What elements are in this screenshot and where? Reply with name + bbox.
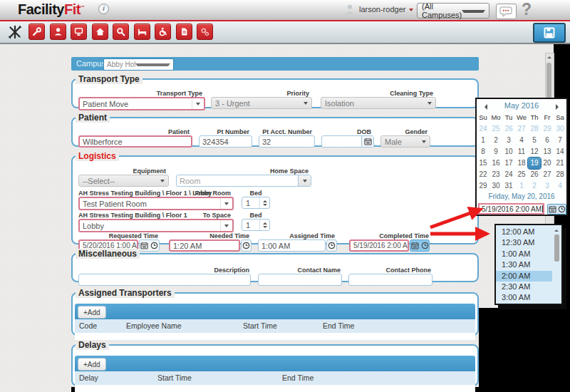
dropdown-button[interactable] <box>220 198 232 209</box>
transport-type-dropdown[interactable]: Patient Move <box>78 97 205 110</box>
calendar-day[interactable]: 2 <box>489 135 502 146</box>
calendar-day[interactable]: 14 <box>554 146 566 158</box>
time-option[interactable]: 2:30 AM <box>496 282 552 292</box>
calendar-icon[interactable] <box>549 203 556 216</box>
calendar-day[interactable]: 26 <box>502 123 515 135</box>
calendar-day[interactable]: 30 <box>489 180 502 192</box>
calendar-day[interactable]: 9 <box>489 146 502 158</box>
calendar-day[interactable]: 30 <box>554 123 566 135</box>
campus-dropdown[interactable]: Abby Hoffman Cent... <box>103 58 174 71</box>
calendar-day[interactable]: 2 <box>528 180 541 192</box>
time-option[interactable]: 12:00 AM <box>496 227 552 237</box>
calendar-day[interactable]: 1 <box>477 135 489 146</box>
calendar-day[interactable]: 22 <box>477 169 489 180</box>
gender-dropdown[interactable]: Male <box>380 135 430 148</box>
calendar-day[interactable]: 25 <box>489 123 502 135</box>
calendar-day[interactable]: 27 <box>541 169 554 180</box>
feedback-chat-button[interactable] <box>496 4 517 19</box>
from-room-dropdown[interactable]: Test Patient Room <box>78 197 234 210</box>
pt-acct-number-input[interactable]: 32 <box>259 135 315 148</box>
calendar-day[interactable]: 23 <box>489 169 502 180</box>
help-button[interactable]: ? <box>522 0 532 19</box>
personnel-button[interactable] <box>50 24 66 40</box>
home-button[interactable] <box>92 24 108 40</box>
calendar-day[interactable]: 29 <box>541 123 554 135</box>
calendar-picker-buttons[interactable] <box>547 204 566 215</box>
info-icon[interactable]: i <box>98 4 109 14</box>
bed-management-button[interactable] <box>134 24 150 40</box>
spin-down-icon[interactable] <box>263 204 267 208</box>
calendar-day[interactable]: 24 <box>502 169 515 180</box>
description-input[interactable] <box>78 274 251 286</box>
pt-number-input[interactable]: 324354 <box>199 135 252 148</box>
displays-button[interactable] <box>71 24 87 40</box>
collapse-burst-icon[interactable] <box>7 24 23 40</box>
calendar-day[interactable]: 31 <box>502 180 515 192</box>
calendar-day[interactable]: 25 <box>515 169 528 180</box>
all-campuses-select[interactable]: (All Campuses) <box>417 3 489 19</box>
calendar-day[interactable]: 12 <box>528 146 541 158</box>
time-option[interactable]: 12:30 AM <box>496 237 552 248</box>
to-bed-spinner[interactable]: 1 <box>242 219 270 231</box>
calendar-day[interactable]: 10 <box>502 146 515 158</box>
settings-button[interactable] <box>197 24 213 40</box>
calendar-day[interactable]: 3 <box>502 135 515 146</box>
calendar-day[interactable]: 17 <box>502 158 515 169</box>
patient-transport-button[interactable] <box>155 24 171 40</box>
equipment-dropdown[interactable]: --Select-- <box>78 175 169 187</box>
to-space-dropdown[interactable]: Lobby <box>78 219 234 232</box>
save-button[interactable] <box>533 23 566 43</box>
calendar-day[interactable]: 15 <box>477 158 489 169</box>
calendar-day[interactable]: 4 <box>554 180 566 192</box>
spin-up-icon[interactable] <box>263 198 267 202</box>
calendar-day[interactable]: 28 <box>528 123 541 135</box>
spin-down-icon[interactable] <box>263 226 267 230</box>
next-month-icon[interactable] <box>556 104 561 110</box>
calendar-day[interactable]: 6 <box>541 135 554 146</box>
calendar-day[interactable]: 7 <box>554 135 566 146</box>
calendar-day[interactable]: 24 <box>477 123 489 135</box>
calendar-datetime-input[interactable]: 5/19/2016 2:00 AM <box>478 203 544 215</box>
calendar-day[interactable]: 11 <box>515 146 528 158</box>
calendar-day[interactable]: 16 <box>489 158 502 169</box>
priority-dropdown[interactable]: 3 - Urgent <box>211 97 312 109</box>
time-option[interactable]: 1:00 AM <box>496 249 552 259</box>
contact-phone-input[interactable] <box>348 274 432 286</box>
calendar-day[interactable]: 13 <box>541 146 554 158</box>
reports-button[interactable] <box>176 24 192 40</box>
scroll-up-icon[interactable] <box>554 227 559 232</box>
time-option[interactable]: 3:00 AM <box>496 292 552 303</box>
time-option-selected[interactable]: 2:00 AM <box>496 271 552 282</box>
calendar-day[interactable]: 4 <box>515 135 528 146</box>
dropdown-button[interactable] <box>220 220 232 231</box>
home-space-combobox[interactable]: Room <box>176 175 311 187</box>
cleaning-type-dropdown[interactable]: Isolation <box>321 97 436 109</box>
calendar-day[interactable]: 26 <box>528 169 541 180</box>
time-popup-scrollbar[interactable] <box>554 227 560 301</box>
contact-name-input[interactable] <box>258 274 342 286</box>
calendar-day[interactable]: 3 <box>541 180 554 192</box>
spin-up-icon[interactable] <box>263 220 267 225</box>
calendar-day[interactable]: 21 <box>554 158 566 169</box>
calendar-today-footer[interactable]: Friday, May 20, 2016 <box>477 192 566 200</box>
calendar-day[interactable]: 29 <box>477 180 489 192</box>
calendar-selected-day[interactable]: 19 <box>528 158 541 169</box>
scroll-thumb[interactable] <box>554 234 559 262</box>
time-option[interactable]: 1:30 AM <box>496 259 552 270</box>
calendar-day[interactable]: 28 <box>554 169 566 180</box>
dropdown-button[interactable] <box>192 98 204 109</box>
dropdown-button[interactable] <box>298 175 311 186</box>
add-transporter-button[interactable]: +Add <box>78 306 106 319</box>
calendar-day[interactable]: 5 <box>528 135 541 146</box>
calendar-day[interactable]: 27 <box>515 123 528 135</box>
dob-input[interactable] <box>321 135 374 148</box>
calendar-day[interactable]: 1 <box>515 180 528 192</box>
calendar-day[interactable]: 20 <box>541 158 554 169</box>
calendar-month-title[interactable]: May 2016 <box>477 101 566 110</box>
calendar-icon[interactable] <box>361 136 373 147</box>
calendar-day[interactable]: 18 <box>515 158 528 169</box>
work-order-button[interactable] <box>28 24 45 40</box>
search-button[interactable] <box>113 24 129 40</box>
scroll-up-icon[interactable] <box>547 54 551 58</box>
clock-icon[interactable] <box>558 203 566 216</box>
